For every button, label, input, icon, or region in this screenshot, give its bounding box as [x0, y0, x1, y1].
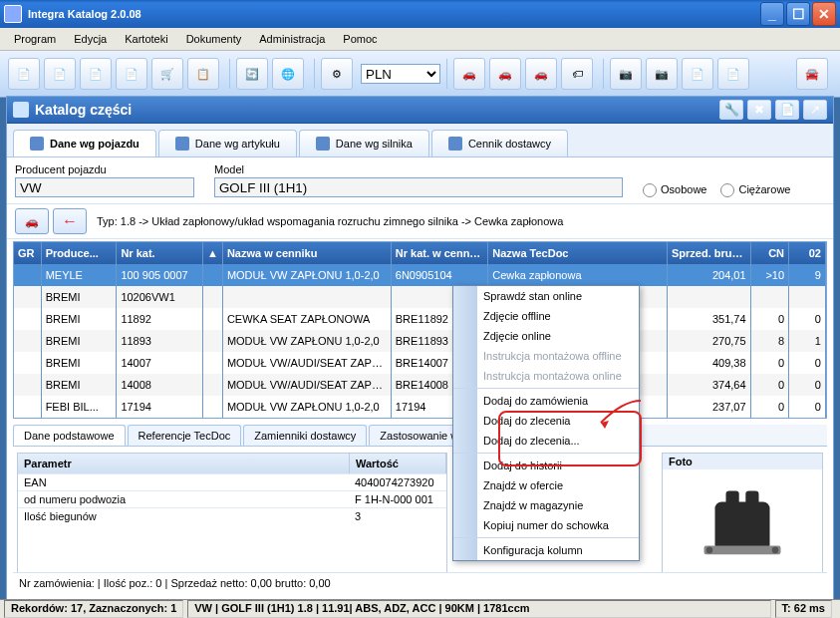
ctx-icon [457, 369, 473, 385]
nav-car-button[interactable]: 🚗 [15, 208, 49, 234]
ctx-icon [457, 459, 473, 474]
toolbar-btn-1[interactable]: 📄 [8, 58, 40, 90]
toolbar-btn-6[interactable]: 📋 [187, 58, 219, 90]
radio-ciezarowe[interactable]: Ciężarowe [720, 183, 790, 197]
panel-tool-1[interactable]: 🔧 [719, 100, 743, 120]
titlebar: Integra Katalog 2.0.08 _ ☐ ✕ [0, 0, 840, 28]
svg-point-4 [706, 547, 713, 554]
coil-icon [688, 484, 797, 574]
table-row[interactable]: MEYLE100 905 0007MODUŁ VW ZAPŁONU 1,0-2,… [14, 264, 826, 286]
toolbar-btn-5[interactable]: 🛒 [151, 58, 183, 90]
toolbar-btn-16[interactable]: 📄 [682, 58, 713, 90]
app-icon [4, 5, 22, 23]
currency-select[interactable]: PLN [361, 64, 440, 84]
ctx-item[interactable]: Zdjęcie online [453, 326, 639, 346]
model-input[interactable] [214, 177, 623, 197]
ctx-icon [457, 289, 473, 305]
ctx-item[interactable]: Dodaj do zlecenia... [453, 431, 639, 454]
col-prod[interactable]: Produce... [42, 242, 118, 264]
ctx-item[interactable]: Sprawdź stan online [453, 286, 639, 306]
tab-silnika[interactable]: Dane wg silnika [299, 130, 429, 156]
col-nrkc[interactable]: Nr kat. w cenniku [392, 242, 488, 264]
table-row[interactable]: BREMI11893MODUŁ VW ZAPŁONU 1,0-2,0BRE118… [14, 330, 826, 352]
col-gr[interactable]: GR [14, 242, 42, 264]
ctx-item[interactable]: Kopiuj numer do schowka [453, 515, 639, 538]
engine-icon [316, 137, 330, 151]
toolbar-btn-7[interactable]: 🔄 [236, 58, 268, 90]
ctx-item[interactable]: Dodaj do historii [453, 456, 639, 475]
menu-program[interactable]: Program [6, 31, 64, 47]
ctx-item[interactable]: Zdjęcie offline [453, 306, 639, 326]
tab-pojazdu[interactable]: Dane wg pojazdu [13, 130, 156, 156]
panel-title: Katalog części [35, 102, 132, 118]
tab-cennik[interactable]: Cennik dostawcy [431, 130, 568, 156]
list-icon [448, 137, 462, 151]
menu-edycja[interactable]: Edycja [66, 31, 115, 47]
menu-kartoteki[interactable]: Kartoteki [117, 31, 175, 47]
param-row: Ilość biegunów3 [18, 507, 446, 524]
foto-image[interactable] [663, 469, 822, 589]
toolbar-btn-3[interactable]: 📄 [80, 58, 112, 90]
panel-tool-3[interactable]: 📄 [775, 100, 799, 120]
menu-administracja[interactable]: Administracja [251, 31, 333, 47]
table-row[interactable]: BREMI10206VW1 [14, 286, 826, 308]
toolbar-btn-4[interactable]: 📄 [116, 58, 147, 90]
table-row[interactable]: BREMI14007MODUŁ VW/AUDI/SEAT ZAPŁONUBRE1… [14, 352, 826, 374]
toolbar-btn-2[interactable]: 📄 [44, 58, 76, 90]
minimize-button[interactable]: _ [760, 2, 784, 26]
col-sbr[interactable]: Sprzed. brutto [668, 242, 751, 264]
param-hdr-l: Parametr [18, 454, 350, 473]
col-sort-icon[interactable]: ▲ [203, 242, 223, 264]
content-panel: Katalog części 🔧 ✖ 📄 ↗ Dane wg pojazdu D… [6, 96, 834, 600]
toolbar-btn-15[interactable]: 📷 [646, 58, 678, 90]
toolbar-btn-8[interactable]: 🌐 [272, 58, 304, 90]
toolbar-btn-18[interactable]: 🚘 [796, 58, 828, 90]
menu-dokumenty[interactable]: Dokumenty [178, 31, 250, 47]
table-row[interactable]: FEBI BIL...17194MODUŁ VW ZAPŁONU 1,0-2,0… [14, 396, 826, 418]
dtab-podstawowe[interactable]: Dane podstawowe [13, 425, 126, 446]
table-row[interactable]: BREMI14008MODUŁ VW/AUDI/SEAT ZAPŁONUBRE1… [14, 374, 826, 396]
toolbar-btn-14[interactable]: 📷 [610, 58, 642, 90]
gear-icon [175, 137, 189, 151]
col-cn[interactable]: CN [751, 242, 790, 264]
maximize-button[interactable]: ☐ [786, 2, 810, 26]
col-nrk[interactable]: Nr kat. [117, 242, 203, 264]
ctx-icon [457, 434, 473, 450]
ctx-item[interactable]: Dodaj do zlecenia [453, 411, 639, 431]
ctx-icon [457, 329, 473, 345]
ctx-item[interactable]: Znajdź w ofercie [453, 475, 639, 495]
dtab-zamienniki[interactable]: Zamienniki dostawcy [243, 425, 367, 446]
toolbar-btn-12[interactable]: 🚗 [525, 58, 557, 90]
ctx-icon [457, 498, 473, 514]
close-button[interactable]: ✕ [812, 2, 836, 26]
col-ntd[interactable]: Nazwa TecDoc [488, 242, 668, 264]
menu-pomoc[interactable]: Pomoc [335, 31, 385, 47]
col-nazc[interactable]: Nazwa w cenniku [223, 242, 392, 264]
toolbar-btn-13[interactable]: 🏷 [561, 58, 593, 90]
ctx-item[interactable]: Konfiguracja kolumn [453, 540, 639, 560]
panel-tool-4[interactable]: ↗ [803, 100, 827, 120]
param-hdr-r: Wartość [350, 454, 446, 473]
breadcrumb: Typ: 1.8 -> Układ zapłonowy/układ wspoma… [97, 215, 563, 227]
toolbar-btn-10[interactable]: 🚗 [453, 58, 485, 90]
car-icon [30, 137, 44, 151]
tab-artykulu[interactable]: Dane wg artykułu [158, 130, 297, 156]
panel-tool-2[interactable]: ✖ [747, 100, 771, 120]
table-row[interactable]: BREMI11892CEWKA SEAT ZAPŁONOWABRE1189235… [14, 308, 826, 330]
ctx-icon [457, 349, 473, 365]
toolbar-btn-17[interactable]: 📄 [717, 58, 749, 90]
prod-input[interactable] [15, 177, 194, 197]
ctx-item[interactable]: Dodaj do zamówienia [453, 391, 639, 411]
ctx-item: Instrukcja montażowa online [453, 366, 639, 389]
toolbar-btn-11[interactable]: 🚗 [489, 58, 521, 90]
nav-back-button[interactable]: ← [53, 208, 87, 234]
dtab-referencje[interactable]: Referencje TecDoc [128, 425, 242, 446]
param-row: od numeru podwoziaF 1H-N-000 001 [18, 490, 446, 507]
toolbar-btn-9[interactable]: ⚙ [321, 58, 353, 90]
ctx-icon [457, 394, 473, 410]
ctx-icon [457, 478, 473, 494]
radio-osobowe[interactable]: Osobowe [643, 183, 706, 197]
ctx-item[interactable]: Znajdź w magazynie [453, 495, 639, 515]
col-02[interactable]: 02 [789, 242, 826, 264]
status-vehicle: VW | GOLF III (1H1) 1.8 | 11.91| ABS, AD… [187, 600, 770, 618]
